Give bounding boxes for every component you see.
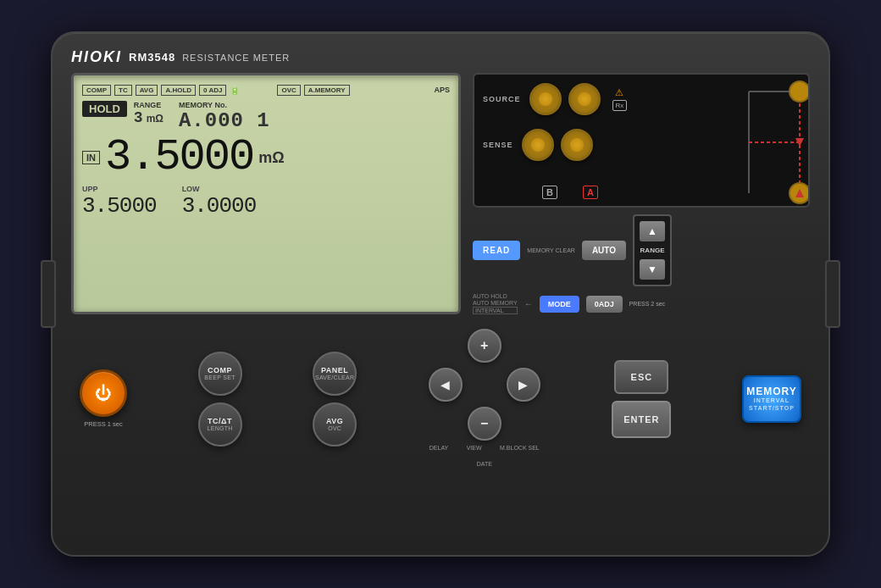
brand-name: HIOKI — [71, 48, 122, 66]
model-number: RM3548 — [129, 51, 175, 64]
comp-tc-group: COMP BEEP SET TC/ΔT LENGTH — [198, 352, 242, 447]
bottom-buttons: ⏻ PRESS 1 sec COMP BEEP SET TC/ΔT LENGTH — [71, 328, 810, 469]
upp-value: 3.5000 — [82, 193, 157, 219]
esc-button[interactable]: ESC — [614, 360, 668, 394]
range-unit: mΩ — [147, 113, 163, 125]
nav-minus-button[interactable]: − — [468, 407, 501, 441]
auto-button[interactable]: AUTO — [582, 241, 626, 260]
auto-memory-label: AUTO MEMORY — [473, 300, 518, 306]
nav-right-button[interactable]: ▶ — [507, 368, 540, 402]
range-value: 3 — [134, 109, 143, 126]
esc-enter-group: ESC ENTER — [612, 360, 671, 438]
nav-plus-icon: + — [480, 338, 488, 353]
low-value: 3.0000 — [182, 193, 257, 219]
indicator-row: COMP TC AVG A.HOLD 0 ADJ 🔋 OVC A.MEMORY … — [82, 82, 450, 97]
avg-label: AVG — [326, 417, 343, 426]
oadj-indicator: 0 ADJ — [199, 85, 226, 96]
ahold-indicator: A.HOLD — [161, 85, 196, 96]
enter-button[interactable]: ENTER — [612, 401, 671, 438]
meter-body: HIOKI RM3548 RESISTANCE METER COMP TC AV… — [51, 31, 830, 557]
memory-section: MEMORY INTERVAL START/STOP — [742, 375, 801, 423]
hold-indicator: HOLD — [82, 101, 127, 117]
mode-oadj-row: AUTO HOLD AUTO MEMORY INTERVAL ← MODE 0A… — [473, 293, 810, 314]
panel-sub-label: SAVE/CLEAR — [315, 374, 354, 380]
date-label: DATE — [477, 461, 492, 467]
avg-indicator: AVG — [136, 85, 158, 96]
main-value: 3.5000 — [105, 136, 253, 180]
connections-panel: SOURCE ⚠ Rx — [473, 73, 810, 208]
nav-minus-icon: − — [480, 416, 488, 431]
avg-button[interactable]: AVG OVC — [313, 402, 357, 447]
panel-button[interactable]: PANEL SAVE/CLEAR — [313, 352, 357, 396]
power-icon: ⏻ — [95, 384, 112, 403]
handle-left — [41, 260, 56, 328]
rx-label: Rx — [612, 100, 628, 111]
range-up-button[interactable]: ▲ — [640, 221, 665, 241]
b-label: B — [542, 186, 557, 199]
terminal-sense-1[interactable] — [522, 129, 554, 161]
nav-left-icon: ◀ — [440, 378, 450, 391]
press-2sec-label: PRESS 2 sec — [629, 301, 665, 307]
panel-group: PANEL SAVE/CLEAR — [313, 352, 357, 396]
upp-label: UPP — [82, 185, 157, 193]
upp-block: UPP 3.5000 — [82, 185, 157, 219]
avg-sub-label: OVC — [328, 425, 341, 431]
low-block: LOW 3.0000 — [182, 185, 257, 219]
read-button[interactable]: READ — [473, 241, 520, 260]
comp-group: COMP BEEP SET — [198, 352, 242, 396]
tc-group: TC/ΔT LENGTH — [198, 402, 242, 447]
memory-sub-label: INTERVAL START/STOP — [749, 397, 795, 412]
brand-header: HIOKI RM3548 RESISTANCE METER — [71, 48, 810, 66]
panel-label: PANEL — [321, 366, 348, 375]
comp-indicator: COMP — [82, 85, 111, 96]
lcd-display: COMP TC AVG A.HOLD 0 ADJ 🔋 OVC A.MEMORY … — [71, 73, 461, 314]
in-label: IN — [82, 151, 100, 164]
main-unit: mΩ — [258, 149, 284, 167]
oadj-button[interactable]: 0ADJ — [586, 296, 623, 313]
memory-label: MEMORY — [746, 386, 797, 397]
terminal-sense-2[interactable] — [561, 129, 593, 161]
tc-button[interactable]: TC/ΔT LENGTH — [198, 402, 242, 447]
range-control: ▲ RANGE ▼ — [633, 214, 672, 286]
power-section: ⏻ PRESS 1 sec — [80, 369, 127, 428]
auto-hold-label: AUTO HOLD — [473, 293, 518, 299]
comp-button[interactable]: COMP BEEP SET — [198, 352, 242, 396]
interval-label: INTERVAL — [473, 307, 518, 314]
memory-clear-label: MEMORY CLEAR — [527, 247, 575, 253]
mblock-label: M.BLOCK SEL — [500, 445, 540, 451]
battery-icon: 🔋 — [230, 86, 240, 95]
view-label: VIEW — [467, 445, 482, 451]
range-label-panel: RANGE — [640, 247, 665, 254]
warning-sign: ⚠ — [615, 87, 623, 98]
memory-button[interactable]: MEMORY INTERVAL START/STOP — [742, 375, 801, 423]
nav-right-icon: ▶ — [518, 378, 528, 391]
comp-limits-row: UPP 3.5000 LOW 3.0000 — [82, 185, 450, 219]
nav-cluster-group: + ◀ ▶ − DELAY VIEW — [428, 328, 541, 469]
panel-controls: READ MEMORY CLEAR AUTO ▲ RANGE ▼ — [473, 214, 810, 286]
nav-plus-button[interactable]: + — [468, 329, 501, 363]
terminal-source-1[interactable] — [529, 83, 562, 115]
mode-button[interactable]: MODE — [540, 296, 579, 313]
device-description: RESISTANCE METER — [182, 53, 290, 63]
main-measurement-row: IN 3.5000 mΩ — [82, 136, 450, 180]
source-label: SOURCE — [483, 95, 521, 103]
memory-value: A.000 1 — [179, 109, 270, 132]
tc-label: TC/ΔT — [208, 417, 232, 426]
low-label: LOW — [182, 185, 257, 193]
nav-cluster: + ◀ ▶ − — [428, 328, 541, 441]
avg-group: AVG OVC — [313, 402, 357, 447]
nav-left-button[interactable]: ◀ — [429, 368, 463, 402]
sense-label: SENSE — [483, 141, 513, 149]
a-label: A — [583, 186, 598, 199]
delay-label: DELAY — [429, 445, 448, 451]
svg-point-4 — [790, 81, 808, 102]
range-down-button[interactable]: ▼ — [640, 259, 665, 280]
aps-label: APS — [434, 86, 450, 94]
amemory-indicator: A.MEMORY — [304, 85, 350, 96]
arrow-indicator: ← — [524, 299, 533, 308]
power-button[interactable]: ⏻ — [80, 369, 127, 417]
comp-label: COMP — [208, 366, 232, 375]
handle-right — [825, 260, 840, 328]
terminal-source-2[interactable] — [568, 83, 601, 115]
tc-sub-label: LENGTH — [207, 425, 232, 431]
